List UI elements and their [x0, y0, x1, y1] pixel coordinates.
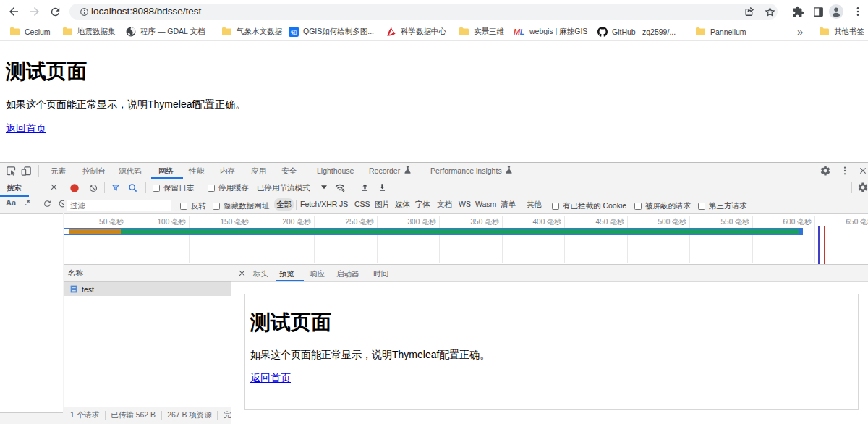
device-toolbar-icon[interactable] [21, 166, 32, 177]
filter-chip-all[interactable]: 全部 [274, 198, 294, 211]
tab-network[interactable]: 网络 [158, 163, 174, 179]
preserve-log-label[interactable]: 保留日志 [163, 183, 194, 193]
devtools-panel: 元素 控制台 源代码 网络 性能 内存 应用 安全 Lighthouse Rec… [0, 162, 868, 424]
search-refresh-icon[interactable] [43, 199, 52, 208]
bookmark-item[interactable]: Pannellum [695, 22, 746, 41]
bookmark-item[interactable]: 知 QGIS如何绘制多图... [289, 22, 374, 41]
filter-chip[interactable]: CSS [354, 198, 370, 211]
page-info-icon[interactable] [75, 3, 93, 20]
timeline-tick: 100 毫秒 [158, 217, 186, 227]
export-har-icon[interactable] [378, 182, 387, 192]
filter-input[interactable] [67, 200, 171, 211]
bookmark-item[interactable]: Cesium [9, 22, 51, 41]
network-overview-timeline[interactable]: 50 毫秒 100 毫秒 150 毫秒 200 毫秒 250 毫秒 300 毫秒… [64, 214, 868, 266]
invert-checkbox[interactable] [180, 203, 187, 210]
extensions-icon[interactable] [789, 3, 807, 20]
search-tab-underline [0, 195, 29, 198]
filter-chip[interactable]: 文档 [437, 198, 452, 211]
bookmark-item[interactable]: GitHub - zq2599/... [597, 22, 676, 41]
back-button[interactable] [5, 3, 22, 20]
filter-chip[interactable]: Wasm [475, 198, 496, 211]
network-conditions-icon[interactable] [335, 182, 346, 192]
search-pane-title: 搜索 [7, 179, 22, 195]
details-close-icon[interactable] [237, 268, 247, 278]
regex-button[interactable]: .* [25, 198, 30, 207]
tab-performance-insights[interactable]: Performance insights [430, 163, 502, 179]
filter-chip[interactable]: 其他 [527, 198, 542, 211]
record-button[interactable] [70, 184, 79, 192]
throttling-dropdown-arrow[interactable] [321, 185, 327, 190]
tab-elements[interactable]: 元素 [51, 163, 66, 179]
clear-network-icon[interactable] [89, 184, 98, 192]
bookmark-item[interactable]: 程序 — GDAL 文档 [126, 22, 205, 41]
tab-performance[interactable]: 性能 [189, 163, 204, 179]
filter-chip[interactable]: 媒体 [395, 198, 410, 211]
details-tab-initiator[interactable]: 启动器 [336, 265, 359, 282]
side-panel-icon[interactable] [809, 3, 827, 20]
preserve-log-checkbox[interactable] [153, 185, 160, 192]
address-bar[interactable]: localhost:8088/bdsse/test [69, 4, 778, 20]
tab-lighthouse[interactable]: Lighthouse [317, 163, 354, 179]
bookmark-item[interactable]: 实景三维 [459, 22, 504, 41]
filter-chip[interactable]: 图片 [375, 198, 390, 211]
search-close-icon[interactable] [49, 182, 59, 192]
details-tab-timing[interactable]: 时间 [373, 265, 388, 282]
refresh-button[interactable] [46, 3, 64, 20]
bookmark-item[interactable]: 气象水文数据 [221, 22, 282, 41]
back-home-link[interactable]: 返回首页 [6, 122, 46, 135]
bookmarks-divider [812, 26, 812, 37]
disable-cache-checkbox[interactable] [208, 185, 215, 192]
name-column-header[interactable]: 名称 [64, 265, 231, 282]
forward-button[interactable] [26, 3, 43, 20]
bookmark-star-icon[interactable] [761, 3, 778, 20]
devtools-menu-icon[interactable] [839, 165, 851, 177]
disable-cache-label[interactable]: 停用缓存 [218, 183, 249, 193]
match-case-button[interactable]: Aa [6, 198, 16, 207]
network-search-icon[interactable] [128, 183, 137, 192]
tab-memory[interactable]: 内存 [220, 163, 235, 179]
bookmark-item[interactable]: 地震数据集 [62, 22, 116, 41]
bookmark-item[interactable]: ML webgis | 麻辣GIS [514, 22, 587, 41]
blocked-requests-checkbox[interactable] [634, 203, 642, 210]
import-har-icon[interactable] [360, 182, 370, 192]
devtools-close-icon[interactable] [858, 166, 868, 176]
overview-bar-connecting [69, 229, 121, 234]
inspect-icon[interactable] [6, 166, 17, 177]
blocked-cookies-label[interactable]: 有已拦截的 Cookie [563, 201, 626, 211]
details-tab-response[interactable]: 响应 [310, 265, 325, 282]
third-party-label[interactable]: 第三方请求 [709, 201, 747, 211]
browser-menu-icon[interactable] [849, 3, 867, 20]
bookmark-label: 实景三维 [474, 27, 504, 37]
tab-console[interactable]: 控制台 [82, 163, 106, 179]
filter-funnel-icon[interactable] [111, 183, 121, 193]
bookmarks-overflow-chevron[interactable]: » [797, 22, 803, 41]
share-icon[interactable] [741, 3, 758, 20]
profile-avatar[interactable] [827, 3, 845, 20]
tab-sources[interactable]: 源代码 [119, 163, 142, 179]
network-settings-icon[interactable] [857, 182, 868, 193]
filter-chip[interactable]: Fetch/XHR [300, 198, 337, 211]
request-row[interactable]: test [64, 282, 231, 296]
bookmark-item[interactable]: 科学数据中心 [386, 22, 446, 41]
filter-chip[interactable]: WS [459, 198, 471, 211]
other-bookmarks-button[interactable]: 其他书签 [819, 22, 864, 41]
filter-chip[interactable]: JS [339, 198, 348, 211]
throttling-select[interactable]: 已停用节流模式 [257, 183, 310, 193]
tab-application[interactable]: 应用 [251, 163, 266, 179]
preview-link[interactable]: 返回首页 [250, 372, 291, 384]
details-tab-headers[interactable]: 标头 [253, 265, 268, 282]
third-party-checkbox[interactable] [698, 203, 705, 210]
details-pane: 标头 预览 响应 启动器 时间 测试页面 如果这个页面能正常显示，说明Thyme… [231, 265, 868, 424]
filter-chip[interactable]: 字体 [415, 198, 430, 211]
url-text[interactable]: localhost:8088/bdsse/test [91, 4, 201, 20]
tab-security[interactable]: 安全 [281, 163, 297, 179]
hide-data-urls-label[interactable]: 隐藏数据网址 [224, 201, 269, 211]
devtools-settings-icon[interactable] [820, 165, 831, 177]
blocked-requests-label[interactable]: 被屏蔽的请求 [645, 201, 691, 211]
invert-label[interactable]: 反转 [191, 201, 206, 211]
hide-data-urls-checkbox[interactable] [213, 203, 220, 210]
timeline-tick: 200 毫秒 [283, 217, 311, 227]
blocked-cookies-checkbox[interactable] [552, 203, 559, 210]
tab-recorder[interactable]: Recorder [369, 163, 400, 179]
filter-chip[interactable]: 清单 [501, 198, 516, 211]
